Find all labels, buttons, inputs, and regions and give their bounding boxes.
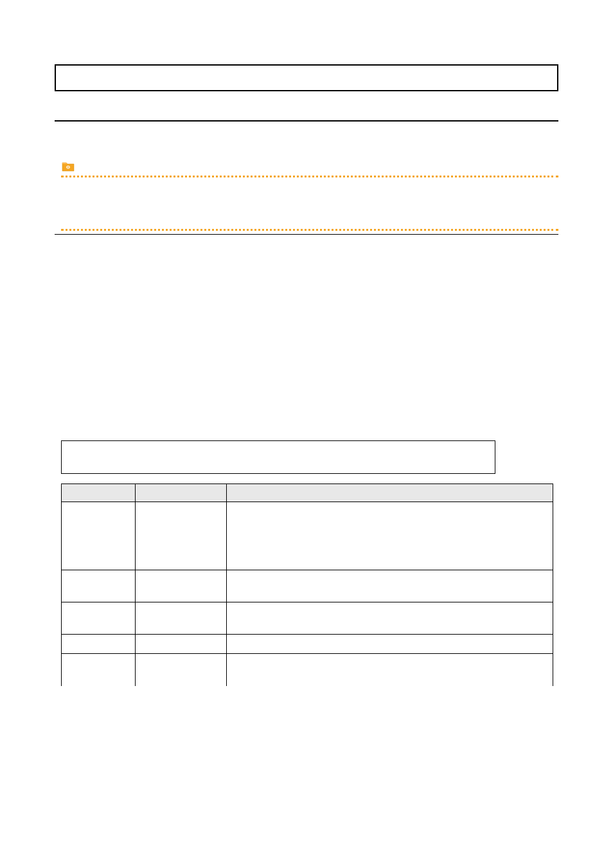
section-divider-top xyxy=(55,120,558,122)
table-cell xyxy=(62,654,136,686)
thin-divider xyxy=(55,234,558,235)
dotted-divider-1 xyxy=(61,176,558,177)
inner-box xyxy=(61,440,495,474)
table-row xyxy=(62,502,553,570)
dotted-divider-2 xyxy=(61,229,558,231)
table-cell xyxy=(136,635,227,654)
table-cell xyxy=(136,570,227,602)
content-block-1 xyxy=(61,160,558,177)
table-header-col1 xyxy=(62,484,136,502)
table-cell xyxy=(62,635,136,654)
folder-icon xyxy=(61,160,75,173)
table-cell xyxy=(62,570,136,602)
table-cell xyxy=(227,570,553,602)
table-cell xyxy=(227,635,553,654)
table-cell xyxy=(62,502,136,570)
table-header-row xyxy=(62,484,553,502)
content-block-2 xyxy=(61,229,558,231)
table-cell xyxy=(136,502,227,570)
table-cell xyxy=(227,654,553,686)
table-cell xyxy=(62,602,136,635)
table-row xyxy=(62,654,553,686)
table-header-col3 xyxy=(227,484,553,502)
table-cell xyxy=(227,602,553,635)
page-container xyxy=(0,0,613,686)
table-row xyxy=(62,635,553,654)
table-cell xyxy=(136,654,227,686)
data-table xyxy=(61,484,553,686)
table-row xyxy=(62,602,553,635)
table-cell xyxy=(227,502,553,570)
table-container xyxy=(61,484,553,686)
title-box xyxy=(55,64,558,91)
table-cell xyxy=(136,602,227,635)
table-row xyxy=(62,570,553,602)
table-header-col2 xyxy=(136,484,227,502)
